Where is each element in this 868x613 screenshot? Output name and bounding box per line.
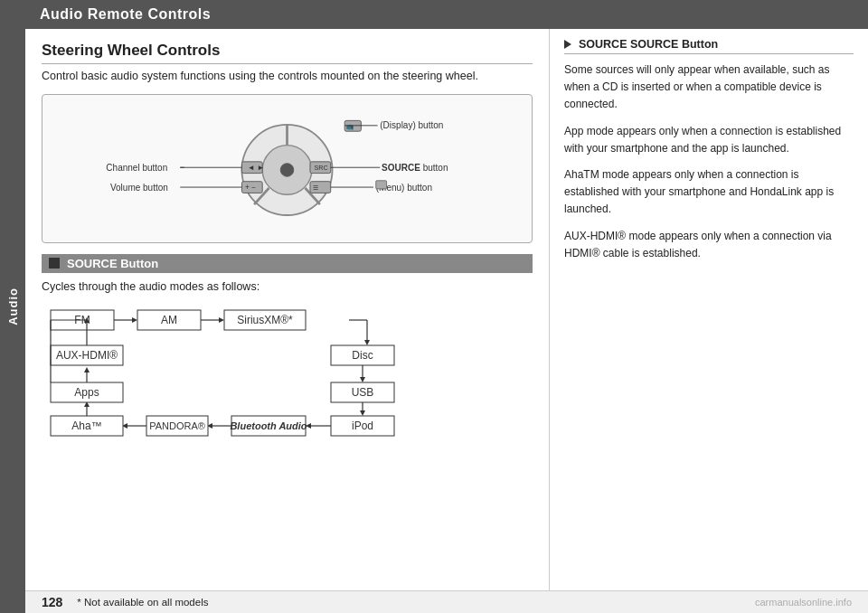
right-section-title: SOURCE SOURCE Button bbox=[564, 38, 854, 54]
cycles-text: Cycles through the audio modes as follow… bbox=[42, 280, 533, 293]
svg-text:SiriusXM®*: SiriusXM®* bbox=[237, 314, 293, 326]
svg-text:Aha™: Aha™ bbox=[71, 420, 101, 432]
header-title: Audio Remote Controls bbox=[40, 6, 211, 22]
steering-diagram-svg: ◄ ► SRC + − ☰ 📺 (Display) b bbox=[52, 106, 523, 233]
svg-text:+ −: + − bbox=[245, 184, 256, 192]
svg-text:SRC: SRC bbox=[315, 164, 328, 172]
footer: 128 * Not available on all models carman… bbox=[25, 590, 868, 613]
right-para-1: Some sources will only appear when avail… bbox=[564, 61, 854, 114]
right-para-2: App mode appears only when a connection … bbox=[564, 123, 854, 157]
steering-wheel-diagram: ◄ ► SRC + − ☰ 📺 (Display) b bbox=[42, 94, 533, 243]
intro-text: Control basic audio system functions usi… bbox=[42, 68, 533, 85]
svg-marker-40 bbox=[364, 340, 370, 345]
svg-text:◄ ►: ◄ ► bbox=[248, 164, 264, 172]
footnote: * Not available on all models bbox=[77, 597, 208, 608]
svg-marker-48 bbox=[360, 410, 365, 416]
svg-text:AM: AM bbox=[161, 314, 177, 326]
svg-point-2 bbox=[280, 163, 294, 176]
watermark: carmanualsonline.info bbox=[755, 597, 852, 608]
svg-marker-35 bbox=[219, 317, 224, 323]
svg-text:SOURCE button: SOURCE button bbox=[382, 163, 448, 173]
section-title: Steering Wheel Controls bbox=[42, 42, 533, 64]
svg-text:PANDORA®: PANDORA® bbox=[149, 420, 205, 431]
svg-text:(Display) button: (Display) button bbox=[380, 120, 443, 130]
svg-marker-44 bbox=[360, 377, 365, 382]
svg-text:☰: ☰ bbox=[313, 184, 318, 192]
section-icon bbox=[49, 258, 60, 269]
svg-text:📺: 📺 bbox=[346, 123, 354, 130]
left-column: Steering Wheel Controls Control basic au… bbox=[25, 29, 550, 590]
flow-svg: FM AM SiriusXM®* bbox=[42, 306, 521, 437]
svg-text:Volume button: Volume button bbox=[110, 182, 168, 192]
content-area: Steering Wheel Controls Control basic au… bbox=[25, 29, 868, 590]
svg-marker-31 bbox=[132, 317, 137, 323]
sidebar-label: Audio bbox=[6, 288, 20, 325]
svg-text:Bluetooth Audio: Bluetooth Audio bbox=[230, 420, 307, 431]
page-header: Audio Remote Controls bbox=[25, 0, 868, 29]
svg-text:USB: USB bbox=[352, 386, 374, 399]
source-button-section-title: SOURCE Button bbox=[42, 254, 533, 273]
right-column: SOURCE SOURCE Button Some sources will o… bbox=[550, 29, 868, 590]
right-section-label: SOURCE SOURCE Button bbox=[579, 38, 718, 51]
svg-text:Apps: Apps bbox=[74, 386, 99, 399]
svg-marker-68 bbox=[84, 367, 90, 373]
right-para-4: AUX-HDMI® mode appears only when a conne… bbox=[564, 228, 854, 262]
source-section-label: SOURCE Button bbox=[67, 257, 158, 270]
page-number: 128 bbox=[42, 595, 62, 609]
sidebar: Audio bbox=[0, 0, 25, 613]
right-para-3: AhaTM mode appears only when a connectio… bbox=[564, 166, 854, 219]
svg-text:AUX-HDMI®: AUX-HDMI® bbox=[56, 349, 118, 362]
svg-text:iPod: iPod bbox=[352, 420, 373, 432]
svg-text:Channel button: Channel button bbox=[106, 163, 167, 173]
triangle-icon bbox=[564, 40, 571, 49]
source-bold: SOURCE bbox=[579, 38, 627, 51]
svg-text:Disc: Disc bbox=[352, 349, 373, 362]
svg-rect-27 bbox=[376, 181, 387, 189]
flow-diagram: FM AM SiriusXM®* bbox=[42, 302, 533, 443]
main-content: Audio Remote Controls Steering Wheel Con… bbox=[25, 0, 868, 613]
